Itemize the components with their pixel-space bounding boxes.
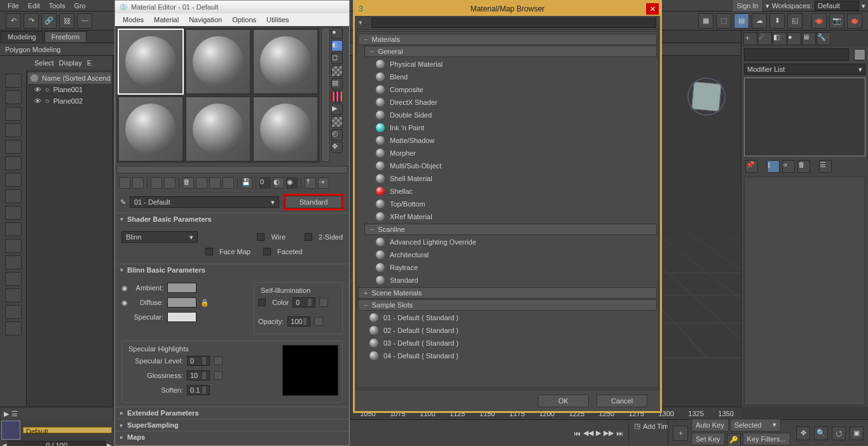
object-name-field[interactable] [744, 48, 849, 61]
select-by-material-icon[interactable]: ◴ [331, 129, 343, 140]
menu-group[interactable]: Gro [70, 2, 89, 10]
put-material-icon[interactable] [132, 177, 144, 189]
transport-start-icon[interactable]: ⏮ [574, 429, 581, 437]
render-button[interactable]: 🫖 [811, 13, 827, 29]
tab-modeling[interactable]: Modeling [1, 31, 43, 42]
rollout-extended[interactable]: Extended Parameters [115, 407, 349, 419]
scene-item[interactable]: 👁 ○ Plane002 [28, 95, 111, 107]
tree-item[interactable]: Advanced Lighting Override [358, 236, 657, 248]
me-menu-utilities[interactable]: Utilities [263, 16, 293, 24]
menu-edit[interactable]: Edit [24, 2, 44, 10]
tree-item[interactable]: DirectX Shader [358, 96, 657, 109]
go-parent-icon[interactable]: ⇡ [305, 177, 316, 189]
specular-swatch[interactable] [167, 312, 196, 322]
scene-header[interactable]: Name (Sorted Ascend [28, 72, 111, 84]
filter-xrefs-icon[interactable] [5, 206, 22, 220]
tree-item[interactable]: Raytrace [358, 261, 657, 274]
menu-tools[interactable]: Tools [45, 2, 69, 10]
sample-slot[interactable] [252, 29, 319, 95]
teapot-button[interactable]: ◱ [787, 13, 803, 29]
tree-item[interactable]: 03 - Default ( Standard ) [358, 337, 657, 349]
sample-slot[interactable] [185, 29, 251, 95]
filter-space-warps-icon[interactable] [5, 173, 22, 187]
nav-orbit-icon[interactable]: ⭯ [832, 426, 846, 440]
sample-slot[interactable] [252, 96, 319, 162]
cube-toggle-icon[interactable]: ◳ [634, 422, 640, 430]
wire-checkbox[interactable] [257, 233, 265, 241]
options-icon[interactable] [331, 116, 343, 128]
render-frame-button[interactable]: ⬇ [769, 13, 785, 29]
tree-item[interactable]: 02 - Default ( Standard ) [358, 324, 657, 337]
filter-display[interactable]: Display [59, 59, 82, 67]
ok-button[interactable]: OK [538, 395, 589, 407]
tree-category-sampleslots[interactable]: Sample Slots [358, 299, 657, 311]
tab-freeform[interactable]: Freeform [45, 31, 87, 42]
filter-select[interactable]: Select [34, 59, 54, 67]
tree-category-scanline[interactable]: Scanline [364, 224, 657, 235]
filter-geometry-icon[interactable] [5, 90, 22, 104]
assign-material-icon[interactable] [151, 177, 162, 189]
close-button[interactable]: ✕ [646, 3, 659, 15]
show-end-result-icon[interactable]: ⫿ [767, 160, 780, 173]
slot-hscrollbar[interactable] [116, 166, 348, 173]
browser-titlebar[interactable]: 3 Material/Map Browser ✕ [355, 2, 660, 16]
shader-type-dropdown[interactable]: Blinn▾ [121, 231, 198, 243]
tree-category-general[interactable]: General [364, 46, 657, 57]
motion-tab-icon[interactable]: ● [787, 32, 801, 45]
me-menu-navigation[interactable]: Navigation [185, 16, 226, 24]
transport-next-icon[interactable]: ▶▶ [603, 429, 614, 437]
environment-button[interactable]: ☁ [752, 13, 767, 29]
eye-icon[interactable]: 👁 [34, 97, 41, 105]
tree-item[interactable]: Double Sided [358, 109, 657, 121]
selfillum-map-button[interactable] [319, 298, 328, 307]
filter-frozen-icon[interactable] [5, 255, 22, 269]
configure-sets-icon[interactable]: ☰ [819, 160, 832, 173]
quick-render-button[interactable]: 📷 [829, 13, 844, 29]
tree-item[interactable]: Shell Material [358, 172, 657, 185]
keymode-icon[interactable]: ＋ [673, 426, 688, 441]
selfillum-spinner[interactable]: 0 [293, 297, 315, 307]
sample-slot[interactable] [118, 29, 184, 95]
tree-category-materials[interactable]: Materials [358, 34, 657, 45]
pin-stack-icon[interactable]: 📌 [745, 160, 758, 173]
redo-button[interactable]: ↷ [24, 13, 39, 29]
sample-type-icon[interactable]: ● [331, 27, 343, 39]
video-color-icon[interactable] [331, 91, 343, 102]
workspaces-dropdown[interactable] [815, 1, 859, 11]
browser-search-input[interactable] [371, 18, 656, 28]
filter-edit[interactable]: E [87, 59, 92, 67]
go-forward-icon[interactable]: ⇢ [318, 177, 329, 189]
put-to-library-icon[interactable] [223, 177, 234, 189]
key-default-icon[interactable]: 🔑 [727, 433, 741, 447]
slot-scrollbar[interactable] [321, 27, 330, 162]
filter-containers-icon[interactable] [5, 239, 22, 253]
signin-button[interactable]: Sign In [732, 0, 762, 12]
background-icon[interactable]: ◻ [331, 53, 343, 64]
soften-spinner[interactable]: 0.1 [187, 385, 210, 395]
filter-sort-icon[interactable] [5, 305, 22, 319]
ambient-swatch[interactable] [167, 283, 196, 293]
timeline-bar[interactable]: Default [23, 427, 112, 433]
speclevel-map-button[interactable] [214, 356, 223, 365]
browser-tree[interactable]: Materials General Physical MaterialBlend… [356, 31, 659, 388]
filter-groups-icon[interactable] [5, 189, 22, 203]
filter-cameras-icon[interactable] [5, 140, 22, 154]
transport-end-icon[interactable]: ⏭ [616, 429, 623, 437]
make-unique-icon[interactable]: ∝ [782, 160, 795, 173]
filter-all-icon[interactable] [5, 74, 22, 88]
tree-item[interactable]: Shellac [358, 185, 657, 198]
rollout-supersampling[interactable]: SuperSampling [115, 419, 349, 431]
tree-item[interactable]: Standard [358, 274, 657, 287]
facemap-checkbox[interactable] [205, 248, 213, 255]
material-map-navigator-icon[interactable]: ✥ [331, 142, 343, 153]
auto-key-button[interactable]: Auto Key [691, 419, 729, 431]
utilities-tab-icon[interactable]: 🔧 [816, 32, 830, 45]
filter-helpers-icon[interactable] [5, 156, 22, 170]
viewcube[interactable] [685, 75, 728, 118]
key-filters-button[interactable]: Key Filters... [743, 433, 790, 445]
scene-item[interactable]: 👁 ○ Plane001 [28, 84, 111, 95]
set-key-button[interactable]: Set Key [691, 433, 725, 445]
sample-uv-icon[interactable]: ▤ [331, 78, 343, 90]
create-tab-icon[interactable]: ＋ [743, 32, 757, 45]
eye-icon[interactable]: 👁 [34, 86, 41, 93]
